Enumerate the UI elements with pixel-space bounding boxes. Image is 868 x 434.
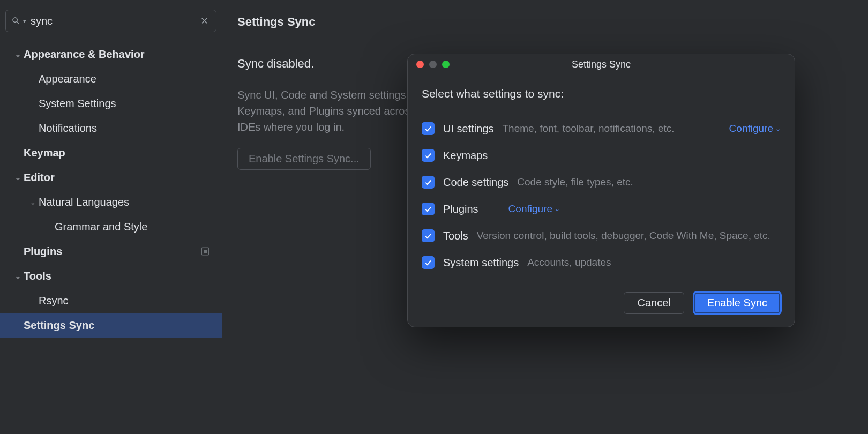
svg-rect-1: [204, 250, 207, 253]
traffic-lights: [416, 61, 450, 68]
gear-icon[interactable]: [200, 246, 210, 256]
checkbox[interactable]: [422, 229, 435, 242]
chevron-down-icon: ⌄: [555, 205, 560, 213]
sidebar-item-system-settings[interactable]: System Settings: [0, 91, 222, 116]
cancel-button[interactable]: Cancel: [624, 292, 684, 314]
chevron-down-icon[interactable]: ⌄: [12, 174, 24, 182]
option-label: Code settings: [443, 176, 508, 189]
sidebar-item-label: Settings Sync: [24, 319, 94, 332]
sidebar-item-appearance-behavior[interactable]: ⌄Appearance & Behavior: [0, 42, 222, 66]
sidebar-item-label: System Settings: [39, 98, 116, 110]
sync-option-ui-settings: UI settingsTheme, font, toolbar, notific…: [422, 115, 781, 142]
sidebar-item-keymap[interactable]: Keymap: [0, 140, 222, 165]
sync-option-keymaps: Keymaps: [422, 142, 781, 169]
enable-sync-button[interactable]: Enable Sync: [694, 292, 781, 314]
search-wrap: ▾ ✕: [0, 0, 222, 36]
sync-option-tools: ToolsVersion control, build tools, debug…: [422, 222, 781, 249]
sync-description: Sync UI, Code and System settings, Keyma…: [237, 87, 420, 135]
configure-link[interactable]: Configure⌄: [508, 203, 560, 215]
dialog-body: Select what settings to sync: UI setting…: [408, 74, 795, 327]
search-box[interactable]: ▾ ✕: [5, 10, 216, 32]
configure-label: Configure: [508, 203, 552, 215]
option-description: Theme, font, toolbar, notifications, etc…: [502, 123, 674, 134]
sidebar-item-editor[interactable]: ⌄Editor: [0, 165, 222, 190]
sync-option-plugins: PluginsConfigure⌄: [422, 196, 781, 222]
checkbox[interactable]: [422, 256, 435, 269]
chevron-down-icon: ⌄: [775, 125, 781, 132]
dialog-heading: Select what settings to sync:: [422, 87, 781, 100]
sidebar-item-natural-languages[interactable]: ⌄Natural Languages: [0, 190, 222, 214]
dialog-title: Settings Sync: [408, 59, 795, 70]
search-icon: [11, 16, 21, 26]
checkbox[interactable]: [422, 122, 435, 135]
sidebar-item-label: Appearance: [39, 73, 96, 85]
settings-sync-dialog: Settings Sync Select what settings to sy…: [407, 54, 795, 327]
option-description: Code style, file types, etc.: [517, 176, 633, 188]
option-label: Plugins: [443, 203, 478, 215]
checkbox[interactable]: [422, 203, 435, 215]
option-label: System settings: [443, 257, 519, 269]
sync-option-system-settings: System settingsAccounts, updates: [422, 249, 781, 276]
option-description: Accounts, updates: [527, 257, 611, 268]
sidebar-item-tools[interactable]: ⌄Tools: [0, 264, 222, 288]
search-input[interactable]: [31, 15, 198, 27]
option-label: Tools: [443, 230, 468, 242]
option-description: Version control, build tools, debugger, …: [477, 230, 770, 242]
checkbox[interactable]: [422, 176, 435, 189]
window-maximize-button[interactable]: [442, 61, 450, 68]
sidebar-item-label: Keymap: [24, 147, 65, 159]
sidebar-item-label: Grammar and Style: [55, 221, 147, 233]
sidebar-item-notifications[interactable]: Notifications: [0, 116, 222, 140]
chevron-down-icon[interactable]: ⌄: [27, 198, 39, 206]
sidebar-item-plugins[interactable]: Plugins: [0, 239, 222, 264]
sidebar-item-settings-sync[interactable]: Settings Sync: [0, 313, 222, 338]
configure-link[interactable]: Configure⌄: [729, 123, 781, 134]
chevron-down-icon[interactable]: ⌄: [12, 50, 24, 58]
sidebar-item-rsync[interactable]: Rsync: [0, 288, 222, 313]
settings-tree: ⌄Appearance & BehaviorAppearanceSystem S…: [0, 42, 222, 338]
option-label: Keymaps: [443, 149, 488, 162]
sidebar-item-label: Appearance & Behavior: [24, 48, 145, 61]
sidebar-item-label: Editor: [24, 171, 55, 184]
enable-settings-sync-button[interactable]: Enable Settings Sync...: [237, 148, 371, 170]
configure-label: Configure: [729, 123, 773, 134]
window-close-button[interactable]: [416, 61, 424, 68]
window-minimize-button[interactable]: [429, 61, 437, 68]
sidebar-item-label: Natural Languages: [39, 196, 129, 208]
chevron-down-icon[interactable]: ⌄: [12, 272, 24, 280]
sidebar-item-label: Notifications: [39, 122, 97, 134]
dialog-titlebar[interactable]: Settings Sync: [408, 54, 795, 74]
dialog-footer: Cancel Enable Sync: [422, 276, 781, 314]
checkbox[interactable]: [422, 149, 435, 162]
sidebar-item-label: Tools: [24, 270, 51, 282]
sidebar-item-label: Rsync: [39, 295, 69, 307]
sidebar-item-grammar-and-style[interactable]: Grammar and Style: [0, 214, 222, 239]
option-label: UI settings: [443, 123, 493, 135]
sidebar-item-appearance[interactable]: Appearance: [0, 66, 222, 91]
page-title: Settings Sync: [237, 15, 853, 29]
search-clear-icon[interactable]: ✕: [198, 15, 211, 27]
search-history-chevron-icon[interactable]: ▾: [23, 18, 26, 25]
sync-option-code-settings: Code settingsCode style, file types, etc…: [422, 169, 781, 196]
sidebar-item-label: Plugins: [24, 245, 62, 258]
settings-sidebar: ▾ ✕ ⌄Appearance & BehaviorAppearanceSyst…: [0, 0, 222, 434]
